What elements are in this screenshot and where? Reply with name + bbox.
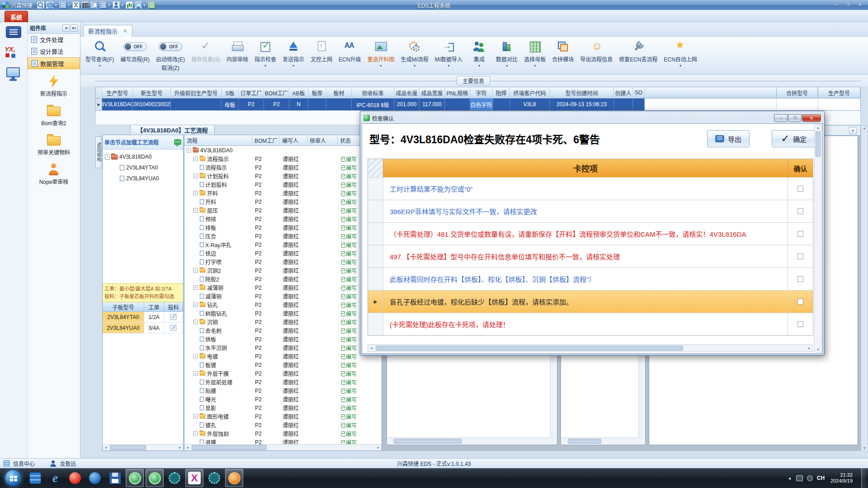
confirm-checkbox[interactable]	[797, 208, 803, 214]
collapse-icon[interactable]: −	[193, 432, 198, 436]
dialog-restore-icon[interactable]: ❐	[788, 114, 802, 122]
flow-row[interactable]: 退膜P2谭丽红已编写	[184, 438, 382, 445]
feed-checkbox[interactable]	[170, 325, 176, 331]
flow-row[interactable]: 流程指示P2谭丽红已编写	[184, 163, 382, 172]
confirm-checkbox[interactable]	[797, 186, 803, 192]
flow-row[interactable]: 开料P2谭丽红已编写	[184, 197, 382, 206]
collapse-icon[interactable]: −	[193, 320, 198, 324]
sidebar-tool-3[interactable]: Nope单审核	[39, 162, 69, 185]
flow-row[interactable]: X-Ray冲孔P2谭丽红已编写	[184, 240, 382, 249]
globe-icon[interactable]	[46, 1, 53, 9]
toolbar-generate-mi-flow-button[interactable]: 生成MI流程▼	[397, 38, 431, 67]
flow-row[interactable]: −电镀P2谭丽红已编写	[184, 352, 382, 361]
panel1-hscrollbar[interactable]	[387, 437, 557, 444]
flow-row[interactable]: 镀孔P2谭丽红已编写	[184, 421, 382, 429]
collapse-icon[interactable]: −	[105, 155, 110, 160]
restore-window-icon[interactable]: ❐	[842, 2, 853, 9]
flow-row[interactable]: 计划投料P2谭丽红已编写	[184, 180, 382, 189]
flow-row[interactable]: −流程指示P2谭丽红已编写	[184, 155, 382, 163]
tab-close-icon[interactable]: ✕	[123, 28, 127, 34]
sidebar-nav-item-1[interactable]: 设计算法	[28, 46, 80, 57]
toolbar-model-query-button[interactable]: 型号查询(F)▼	[82, 38, 117, 67]
eds-green-icon[interactable]	[126, 469, 144, 487]
flow-row[interactable]: −开料P2谭丽红已编写	[184, 189, 382, 197]
flow-row[interactable]: 水平沉铜P2谭丽红已编写	[184, 343, 382, 352]
subboard-row[interactable]: 2V3L84YTA01/2A	[103, 312, 183, 323]
tree-panel-hscrollbar[interactable]: ◄►	[103, 444, 183, 450]
flow-row[interactable]: −沉铜P2谭丽红已编写	[184, 318, 382, 326]
board-tree-item[interactable]: 2V3L84YTA0	[103, 162, 183, 173]
check-row[interactable]: 386ERP菲林填写与实际文件不一致，请核实更改	[368, 200, 813, 222]
sidebar-tool-0[interactable]: 新流程指示	[40, 74, 67, 97]
check-row[interactable]: 497.【卡死需处理】型号中存在开料信息单位填写和报价不一致，请核实处理	[368, 245, 813, 267]
dropdown-caret-icon[interactable]: ▼	[447, 64, 450, 67]
scissors-icon[interactable]	[72, 1, 80, 9]
collapse-icon[interactable]: −	[193, 303, 198, 307]
confirm-checkbox[interactable]	[797, 231, 803, 237]
toggle-write-flow[interactable]: OFF	[123, 42, 147, 51]
toolbar-select-mother-board-button[interactable]: 选择母板▼	[521, 38, 549, 67]
flow-row[interactable]: 曝光P2谭丽红已编写	[184, 395, 382, 404]
search-icon[interactable]	[37, 1, 44, 9]
flow-row[interactable]: 树脂钻孔P2谭丽红已编写	[184, 309, 382, 318]
teal-gear-icon-2[interactable]	[205, 469, 223, 487]
save-tool-icon[interactable]	[106, 469, 124, 487]
flow-row[interactable]: 铣边P2谭丽红已编写	[184, 249, 382, 258]
check-row[interactable]: ▶盲孔子板经过电镀，棕化后缺少【烘板】流程，请核实添加。	[368, 290, 813, 313]
flow-row[interactable]: −外层干膜P2谭丽红已编写	[184, 369, 382, 378]
dropdown-caret-icon[interactable]: ▼	[108, 4, 111, 7]
subboard-row[interactable]: 2V3L84YUA03/4A	[103, 323, 183, 333]
panel2-hscrollbar[interactable]	[561, 437, 645, 444]
board-tree-root[interactable]: −4V3L816DA0	[103, 151, 183, 162]
flow-row[interactable]: 烘板P2谭丽红已编写	[184, 335, 382, 343]
system-menu-tab[interactable]: 系统	[5, 11, 28, 22]
firefox-icon[interactable]	[225, 469, 243, 487]
copy-icon[interactable]	[90, 1, 98, 9]
toolbar-instruction-check-button[interactable]: 指示检查▼	[251, 38, 279, 67]
dialog-minimize-icon[interactable]: ─	[774, 114, 788, 122]
monitor-icon[interactable]	[6, 67, 20, 77]
toolbar-data-compare-button[interactable]: 数据对比▼	[493, 38, 521, 67]
toolbar-ecn-auto-upload-button[interactable]: ECN自动上网▼	[661, 38, 700, 67]
flow-panel-hscrollbar[interactable]: ◄►	[184, 444, 382, 450]
flow-row[interactable]: 压合P2谭丽红已编写	[184, 232, 382, 240]
grid-app-icon[interactable]	[26, 469, 44, 487]
toolbar-merge-module-button[interactable]: 合拼模块	[549, 38, 577, 63]
dropdown-caret-icon[interactable]: ▼	[67, 4, 71, 7]
check-row[interactable]: 此板材需同时存在开料【烘板】、棕化【烘板】、沉铜【烘板】流程"）	[368, 267, 813, 290]
hamburger-menu-icon[interactable]	[6, 26, 21, 38]
dropdown-caret-icon[interactable]: ▼	[505, 64, 509, 67]
feed-checkbox[interactable]	[170, 314, 176, 320]
grid-icon[interactable]	[99, 1, 107, 9]
flow-row[interactable]: −减薄铜P2谭丽红已编写	[184, 283, 382, 292]
sidebar-tool-1[interactable]: Bom查询2	[41, 103, 66, 127]
chart-icon[interactable]	[126, 1, 133, 9]
toolbar-send-instruction-button[interactable]: 发送指示▼	[279, 38, 307, 67]
start-button[interactable]	[5, 469, 22, 487]
toolbar-ecn-upgrade-button[interactable]: ECN升级	[335, 38, 364, 63]
flow-row[interactable]: −图形电镀P2谭丽红已编写	[184, 412, 382, 421]
flow-row[interactable]: 排板P2谭丽红已编写	[184, 223, 382, 232]
filter-dropdown-icon[interactable]: ▼	[849, 127, 857, 134]
dialog-titlebar[interactable]: 检查确认 ─ ❐ ✕	[362, 113, 823, 123]
toggle-start-edit[interactable]: OFF	[159, 42, 182, 51]
flow-row[interactable]: 贴膜P2谭丽红已编写	[184, 386, 382, 395]
toolbar-reselect-cut-image-button[interactable]: 重选开料图▼	[364, 38, 397, 67]
show-desktop-button[interactable]	[861, 468, 867, 488]
info-center-icon[interactable]	[4, 460, 9, 466]
taskbar-clock[interactable]: 21:32 2024/9/19	[830, 472, 853, 484]
flow-row[interactable]: 外层前处理P2谭丽红已编写	[184, 378, 382, 386]
collapse-icon[interactable]: −	[193, 268, 198, 273]
collapse-icon[interactable]: −	[193, 191, 198, 196]
toolbar-write-flow-button[interactable]: OFF编写流程(R)	[117, 38, 153, 63]
user-icon[interactable]	[113, 1, 120, 9]
dropdown-caret-icon[interactable]: ▼	[533, 64, 537, 67]
toolbar-start-edit-button[interactable]: OFF启动修改(E)取消(Z)	[153, 38, 188, 71]
toolbar-save-info-button[interactable]: 保存信息(S)	[188, 38, 223, 63]
confirm-checkbox[interactable]	[797, 253, 803, 259]
flow-row[interactable]: 打字喷P2谭丽红已编写	[184, 258, 382, 266]
monitor-icon[interactable]	[135, 1, 142, 9]
main-grid-row[interactable]: ▶4V3L816DA010010400230025母板P2P2NIPC-6018…	[95, 99, 861, 111]
flow-row[interactable]: 预排P2谭丽红已编写	[184, 215, 382, 223]
ie-icon[interactable]: e	[46, 469, 64, 487]
